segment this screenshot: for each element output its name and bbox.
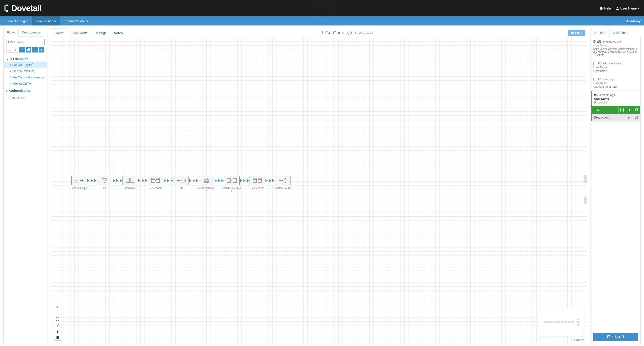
flow-node-label: ContentRouter: [274, 187, 291, 190]
svg-rect-1: [6, 5, 8, 6]
open-button[interactable]: [633, 106, 640, 114]
zoom-in-button[interactable]: ＋: [54, 304, 61, 310]
collapse-all-button[interactable]: ⌄: [6, 47, 12, 53]
main: Flows Components ⌄ › ＋ ⌄1.Examples 1.Get…: [0, 26, 644, 346]
version-3[interactable]: #3 44 minutes ago User Name First instal…: [591, 59, 640, 75]
play-button[interactable]: ▶: [626, 114, 633, 121]
chevron-right-icon: ›: [6, 89, 7, 92]
canvas[interactable]: HTTPSInboundHttpsFilterSetBodySetHeaders…: [51, 38, 587, 343]
sidebar-toolbar: ⌄ › ＋: [6, 47, 45, 53]
svg-rect-39: [636, 109, 638, 111]
user-label: User Name: [620, 7, 637, 10]
version-1[interactable]: #1 a month ago User Name First install T…: [591, 91, 640, 122]
svg-rect-40: [636, 117, 638, 119]
tab-error-route[interactable]: Error Route: [67, 28, 91, 38]
version-2[interactable]: #2 a day ago User Name Updated HTTP call: [591, 75, 640, 91]
zoom-out-button[interactable]: －: [54, 310, 61, 316]
filter-flows-input[interactable]: [6, 39, 45, 45]
nav-tenant-variables[interactable]: Tenant Variables: [60, 17, 92, 26]
svg-text:X: X: [234, 180, 236, 182]
flow-node[interactable]: [250, 176, 265, 185]
flow-node[interactable]: HTTP: [173, 176, 189, 185]
zoom-controls: ＋ － ⛶ ⤢: [54, 304, 61, 340]
tab-versions[interactable]: Versions: [590, 28, 610, 37]
open-button[interactable]: [633, 114, 640, 121]
canvas-collapse-left[interactable]: «: [584, 175, 587, 183]
folder-button[interactable]: [26, 47, 31, 53]
select-all-button[interactable]: Select all: [593, 333, 638, 340]
flow-node[interactable]: JX: [224, 176, 240, 185]
canvas-title: 1.GetCountryInfo Version #1: [126, 30, 568, 36]
save-button[interactable]: Save: [568, 30, 585, 36]
svg-rect-28: [547, 321, 550, 323]
flow-node[interactable]: HTTPS: [72, 176, 87, 185]
checkbox[interactable]: [593, 62, 596, 65]
tree-item-getcountryinfo[interactable]: 1.GetCountryInfo: [4, 62, 47, 68]
tab-settings[interactable]: Settings: [91, 28, 110, 38]
tab-components[interactable]: Components: [18, 28, 43, 37]
add-button[interactable]: ＋: [19, 47, 25, 53]
fit-view-button[interactable]: ⛶: [54, 316, 61, 322]
expand-all-button[interactable]: ›: [13, 47, 18, 53]
tab-notes[interactable]: Notes: [110, 28, 126, 38]
flow-node[interactable]: [122, 176, 138, 185]
user-menu[interactable]: User Name ▾: [616, 6, 640, 10]
tree-header-examples[interactable]: ⌄1.Examples: [6, 56, 45, 62]
nav-flow-designer[interactable]: Flow Designer: [32, 17, 60, 26]
plus-icon: ＋: [21, 48, 24, 52]
nav-flow-manager[interactable]: Flow Manager: [4, 17, 32, 26]
flow-node-label: Filter: [102, 187, 108, 190]
flow-node[interactable]: [199, 176, 214, 185]
canvas-header: Route Error Route Settings Notes 1.GetCo…: [51, 28, 587, 38]
locate-button[interactable]: [54, 328, 61, 334]
flow-node-label: Http: [178, 187, 183, 190]
flow-node-label: RemoveHeaders: [197, 187, 216, 193]
svg-point-26: [285, 182, 286, 183]
tree-item-moviesontv[interactable]: 4.MoviesOnTV: [6, 80, 45, 87]
svg-point-25: [285, 179, 286, 179]
checkbox[interactable]: [593, 78, 596, 81]
flow-node[interactable]: [97, 176, 112, 185]
pause-icon: ❚❚: [620, 108, 625, 111]
flow-node[interactable]: [148, 176, 163, 185]
canvas-tabs: Route Error Route Settings Notes: [51, 28, 126, 38]
svg-rect-12: [152, 178, 155, 180]
flow-node[interactable]: [275, 176, 290, 185]
svg-text:J: J: [228, 180, 230, 182]
document-button[interactable]: [54, 334, 61, 340]
stop-button[interactable]: ■: [626, 106, 633, 114]
right-panel: Versions Validations Draft 44 minutes ag…: [590, 28, 640, 343]
tree-header-integration[interactable]: ›Integration: [6, 95, 45, 100]
nav-tabs: Flow Manager Flow Designer Tenant Variab…: [4, 17, 92, 26]
flow-node-label: SetHeaders: [250, 187, 264, 190]
upload-button[interactable]: [32, 47, 38, 53]
svg-rect-23: [253, 178, 257, 180]
tab-validations[interactable]: Validations: [610, 28, 632, 37]
pause-button[interactable]: ❚❚: [618, 106, 626, 114]
user-icon: [616, 7, 619, 10]
tree-item-getcountrylanguages[interactable]: 3.GetCountryLanguages: [6, 74, 45, 80]
tree-item-getcountryflag[interactable]: 2.GetCountryFlag: [6, 68, 45, 74]
right-body: Draft 44 minutes ago User Name https://d…: [590, 37, 640, 343]
nav-academy[interactable]: Academy: [626, 19, 640, 23]
cloud-upload-button[interactable]: [38, 47, 44, 53]
tab-flows[interactable]: Flows: [4, 28, 18, 37]
svg-rect-36: [577, 318, 580, 320]
navbar: Flow Manager Flow Designer Tenant Variab…: [0, 17, 644, 26]
sidebar-body: ⌄ › ＋ ⌄1.Examples 1.GetCountryInfo 2.Get…: [4, 37, 47, 343]
tab-route[interactable]: Route: [51, 28, 67, 38]
help-link[interactable]: i Help: [599, 7, 611, 10]
external-icon: [635, 108, 638, 111]
svg-rect-13: [156, 178, 160, 180]
pin-icon: [56, 330, 59, 333]
svg-rect-29: [550, 321, 553, 323]
fullscreen-button[interactable]: ⤢: [54, 322, 61, 328]
app-header: Dovetail i Help User Name ▾: [0, 0, 644, 17]
svg-text:HTTPS: HTTPS: [74, 180, 79, 182]
fit-icon: ⛶: [56, 317, 59, 321]
canvas-collapse-right[interactable]: »: [584, 197, 587, 204]
version-draft[interactable]: Draft 44 minutes ago User Name https://d…: [591, 37, 640, 59]
help-label: Help: [604, 7, 611, 10]
minimap[interactable]: [539, 309, 584, 337]
tree-header-authentication[interactable]: ›Authentication: [6, 88, 45, 93]
